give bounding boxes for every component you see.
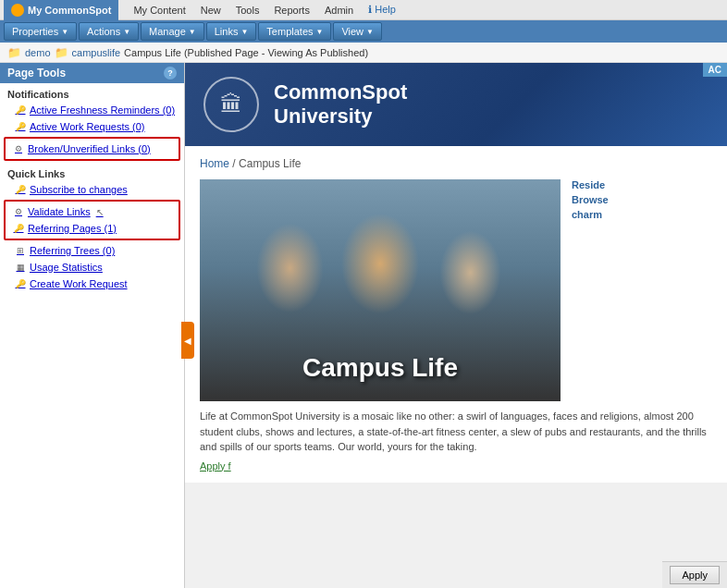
help-icon: ℹ: [368, 4, 372, 15]
ac-badge: AC: [703, 63, 727, 77]
seal-icon: 🏛: [220, 92, 242, 117]
side-text: Reside Browse charm: [572, 179, 712, 401]
campus-image-placeholder: Campus Life: [200, 179, 561, 401]
breadcrumb-bar: 📁 demo 📁 campuslife Campus Life (Publish…: [0, 43, 727, 63]
logo-text: My CommonSpot: [28, 5, 111, 16]
properties-btn[interactable]: Properties ▼: [4, 22, 77, 41]
quicklinks-section-title: Quick Links: [0, 163, 184, 181]
apply-link[interactable]: Apply f: [200, 460, 712, 472]
breadcrumb-home-link[interactable]: Home: [200, 157, 229, 170]
campus-section: Campus Life Reside Browse charm: [200, 179, 712, 401]
grid-icon: ⊞: [15, 245, 26, 256]
logo-icon: [11, 4, 24, 17]
menu-mycontent[interactable]: My Content: [126, 3, 192, 18]
sidebar-title: Page Tools: [7, 67, 66, 80]
sidebar-item-usage-statistics[interactable]: ▦ Usage Statistics: [0, 259, 184, 276]
sidebar-header: Page Tools ?: [0, 63, 184, 83]
chevron-left-icon: ◀: [184, 336, 191, 346]
key-icon: 🔑: [15, 184, 26, 195]
cursor-pointer-icon: ↖: [96, 207, 104, 217]
view-btn[interactable]: View ▼: [333, 22, 382, 41]
university-name-line2: University: [274, 104, 407, 129]
university-name: CommonSpot University: [274, 80, 407, 129]
top-menubar: My CommonSpot My Content New Tools Repor…: [0, 0, 727, 20]
menu-tools[interactable]: Tools: [228, 3, 267, 18]
gear-icon: ⚙: [13, 206, 24, 217]
sidebar-item-validate-links[interactable]: ⚙ Validate Links ↖: [9, 203, 175, 220]
sidebar-item-subscribe[interactable]: 🔑 Subscribe to changes: [0, 181, 184, 198]
menu-admin[interactable]: Admin: [317, 3, 361, 18]
campus-image: Campus Life: [200, 179, 561, 401]
campus-image-label: Campus Life: [302, 353, 458, 383]
sidebar-collapse-tab[interactable]: ◀: [181, 322, 194, 359]
content-area: 🏛 CommonSpot University AC Home / Campus…: [185, 63, 727, 588]
sidebar-validate-links-wrapper: ⚙ Validate Links ↖ 🔑 Referring Pages (1): [4, 200, 180, 240]
sidebar-item-broken-links-wrapper: ⚙ Broken/Unverified Links (0): [4, 137, 180, 161]
templates-btn[interactable]: Templates ▼: [258, 22, 331, 41]
bar-chart-icon: ▦: [15, 262, 26, 273]
breadcrumb-page-title: Campus Life (Published Page - Viewing As…: [124, 47, 368, 58]
breadcrumb-demo[interactable]: demo: [25, 47, 51, 58]
sidebar-item-broken-links[interactable]: ⚙ Broken/Unverified Links (0): [9, 141, 175, 157]
sidebar-item-active-work-requests[interactable]: 🔑 Active Work Requests (0): [0, 118, 184, 135]
content-inner: Home / Campus Life Campus Life Reside Br…: [185, 146, 727, 483]
breadcrumb: Home / Campus Life: [200, 157, 712, 170]
chevron-down-icon: ▼: [123, 28, 130, 36]
manage-btn[interactable]: Manage ▼: [141, 22, 204, 41]
breadcrumb-separator: /: [232, 157, 235, 170]
university-name-line1: CommonSpot: [274, 80, 407, 104]
sidebar-item-create-work-request[interactable]: 🔑 Create Work Request: [0, 276, 184, 292]
chevron-down-icon: ▼: [61, 28, 68, 36]
reside-link[interactable]: Reside: [572, 179, 712, 190]
help-circle-icon[interactable]: ?: [164, 67, 177, 80]
browse-link[interactable]: Browse: [572, 194, 712, 205]
chevron-down-icon: ▼: [240, 28, 248, 36]
university-banner: 🏛 CommonSpot University AC: [185, 63, 727, 146]
menu-help[interactable]: ℹ Help: [361, 2, 403, 18]
menu-reports[interactable]: Reports: [266, 3, 317, 18]
folder-icon: 📁: [55, 46, 68, 59]
key-icon: 🔑: [15, 121, 26, 132]
campus-body-text: Life at CommonSpot University is a mosai…: [200, 409, 712, 455]
folder-icon: 📁: [7, 46, 21, 59]
notifications-section-title: Notifications: [0, 83, 184, 102]
sidebar-item-referring-pages[interactable]: 🔑 Referring Pages (1): [9, 220, 175, 237]
chevron-down-icon: ▼: [316, 28, 324, 36]
actions-btn[interactable]: Actions ▼: [79, 22, 139, 41]
breadcrumb-campuslife[interactable]: campuslife: [72, 47, 121, 58]
gear-icon: ⚙: [13, 143, 24, 154]
logo[interactable]: My CommonSpot: [4, 0, 118, 20]
breadcrumb-current: Campus Life: [239, 157, 301, 170]
apply-button[interactable]: Apply: [670, 566, 720, 584]
university-seal: 🏛: [203, 77, 259, 132]
key-icon: 🔑: [15, 104, 26, 116]
bottom-bar: Apply: [662, 561, 727, 588]
charm-link[interactable]: charm: [572, 209, 712, 220]
sidebar: Page Tools ? Notifications 🔑 Active Fres…: [0, 63, 185, 588]
sidebar-item-referring-trees[interactable]: ⊞ Referring Trees (0): [0, 242, 184, 259]
second-toolbar: Properties ▼ Actions ▼ Manage ▼ Links ▼ …: [0, 20, 727, 43]
menu-new[interactable]: New: [193, 3, 228, 18]
sidebar-item-active-freshness[interactable]: 🔑 Active Freshness Reminders (0): [0, 102, 184, 118]
key-icon: 🔑: [13, 223, 24, 234]
chevron-down-icon: ▼: [366, 28, 374, 36]
key-icon: 🔑: [15, 278, 26, 289]
chevron-down-icon: ▼: [189, 28, 196, 36]
links-btn[interactable]: Links ▼: [206, 22, 257, 41]
main-layout: Page Tools ? Notifications 🔑 Active Fres…: [0, 63, 727, 588]
